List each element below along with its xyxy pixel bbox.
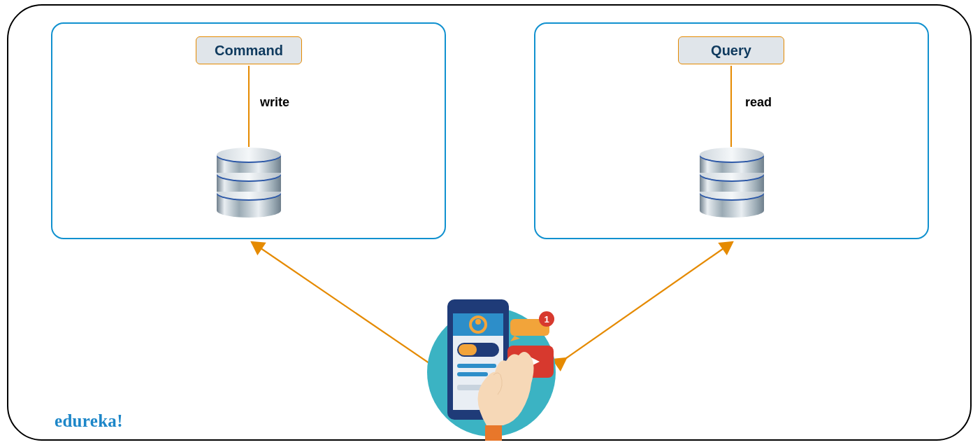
svg-rect-28 xyxy=(459,344,477,355)
query-node: Query xyxy=(678,36,784,64)
svg-point-1 xyxy=(217,204,281,218)
query-database-icon xyxy=(697,146,767,218)
svg-point-20 xyxy=(700,148,764,162)
svg-rect-29 xyxy=(457,364,496,368)
command-database-icon xyxy=(214,146,284,218)
read-label: read xyxy=(745,95,772,110)
query-connector xyxy=(730,66,732,147)
write-label: write xyxy=(260,95,289,110)
mobile-app-icon: 1 xyxy=(418,294,565,441)
svg-point-10 xyxy=(217,148,281,162)
svg-text:1: 1 xyxy=(544,314,549,325)
svg-rect-36 xyxy=(485,425,502,441)
command-connector xyxy=(248,66,250,147)
svg-point-12 xyxy=(700,204,764,218)
diagram-canvas: Command write xyxy=(0,0,980,447)
svg-point-26 xyxy=(475,319,481,325)
svg-rect-30 xyxy=(457,372,488,376)
command-node: Command xyxy=(196,36,302,64)
query-node-text: Query xyxy=(711,43,751,59)
brand-text: edureka! xyxy=(55,411,123,431)
command-node-text: Command xyxy=(215,43,283,59)
